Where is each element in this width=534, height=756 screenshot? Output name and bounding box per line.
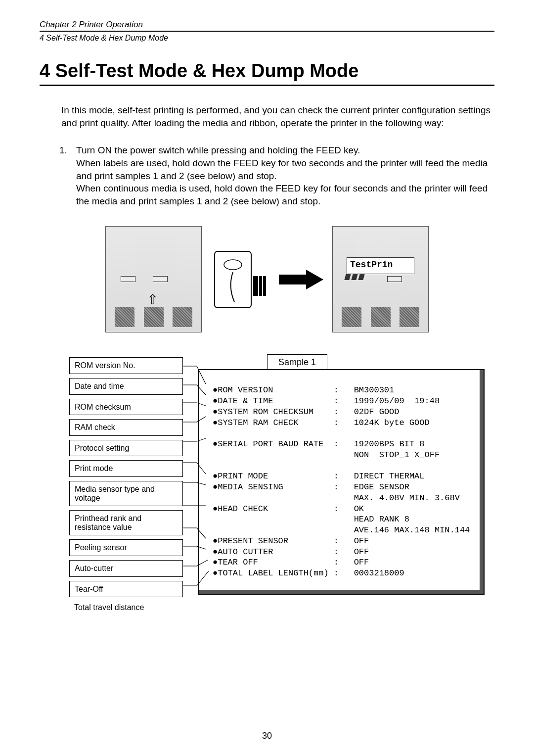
label-print-mode: Print mode — [69, 460, 183, 477]
label-auto-cutter: Auto-cutter — [69, 560, 183, 577]
label-tear-off: Tear-Off — [69, 581, 183, 598]
label-total-travel: Total travel distance — [69, 601, 183, 614]
page-title: 4 Self-Test Mode & Hex Dump Mode — [40, 60, 494, 86]
arrow-right-icon — [279, 270, 323, 289]
intro-paragraph: In this mode, self-test printing is perf… — [61, 104, 494, 129]
label-rom-version: ROM version No. — [69, 357, 183, 374]
breadcrumb: 4 Self-Test Mode & Hex Dump Mode — [40, 34, 494, 43]
label-date-time: Date and time — [69, 378, 183, 395]
svg-marker-5 — [279, 270, 323, 289]
label-media-sensor: Media sensor type and voltage — [69, 481, 183, 506]
step-line-3: When continuous media is used, hold down… — [76, 183, 488, 206]
step-1: 1. Turn ON the power switch while pressi… — [59, 144, 494, 207]
step-line-1: Turn ON the power switch while pressing … — [76, 145, 360, 155]
hand-press-icon — [211, 247, 270, 312]
label-protocol: Protocol setting — [69, 440, 183, 457]
step-number: 1. — [59, 144, 71, 207]
svg-rect-3 — [259, 276, 262, 296]
svg-rect-2 — [253, 276, 258, 296]
illustration-row: ⇧ TestPrin — [40, 226, 494, 332]
lcd-display: TestPrin — [347, 257, 414, 274]
svg-rect-4 — [263, 276, 266, 296]
step-body: Turn ON the power switch while pressing … — [76, 144, 494, 207]
label-printhead: Printhead rank and resistance value — [69, 510, 183, 535]
label-ram-check: RAM check — [69, 419, 183, 436]
sample-badge: Sample 1 — [267, 354, 327, 371]
printer-before-icon: ⇧ — [105, 226, 202, 332]
page-number: 30 — [0, 731, 534, 741]
printer-after-icon: TestPrin — [332, 226, 429, 332]
printout-box: ROM VERSION : BM300301 DATE & TIME : 199… — [198, 369, 485, 595]
sample-diagram: Sample 1 ROM version No. Date and time R… — [69, 357, 485, 604]
label-peeling-sensor: Peeling sensor — [69, 539, 183, 556]
chapter-header: Chapter 2 Printer Operation — [40, 20, 494, 32]
label-rom-checksum: ROM checksum — [69, 399, 183, 416]
printout-text: ROM VERSION : BM300301 DATE & TIME : 199… — [199, 370, 484, 589]
step-line-2: When labels are used, hold down the FEED… — [76, 158, 488, 181]
svg-point-1 — [224, 260, 242, 270]
